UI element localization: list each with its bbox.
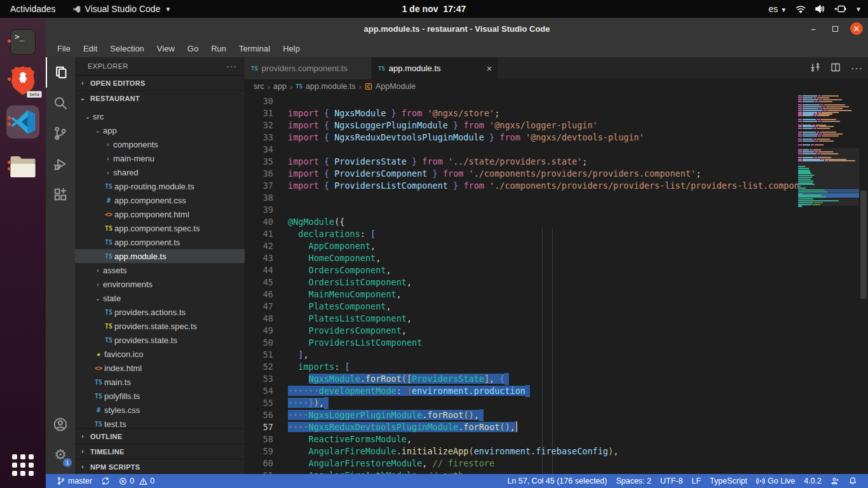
settings-gear-icon[interactable]: ⚙ 1 <box>46 440 75 470</box>
tree-item-components[interactable]: ›components <box>75 137 245 151</box>
tree-item-index.html[interactable]: <>index.html <box>75 361 245 375</box>
battery-icon[interactable] <box>834 5 846 13</box>
sidebar-section-npm-scripts[interactable]: ›NPM SCRIPTS <box>75 459 245 474</box>
tree-item-providers.state.ts[interactable]: TSproviders.state.ts <box>75 333 245 347</box>
extension-version-indicator[interactable]: 4.0.2 <box>799 477 826 485</box>
sync-changes-button[interactable] <box>97 474 114 488</box>
tab-app.module.ts[interactable]: TSapp.module.ts× <box>372 57 499 79</box>
tree-item-main.ts[interactable]: TSmain.ts <box>75 375 245 389</box>
code-editor[interactable]: 3031import { NgxsModule } from '@ngxs/st… <box>245 93 868 474</box>
minimize-button[interactable]: – <box>807 22 820 35</box>
feedback-icon[interactable] <box>826 477 844 485</box>
dock-files-button[interactable] <box>6 150 39 183</box>
code-line[interactable]: 31import { NgxsModule } from '@ngxs/stor… <box>245 107 868 119</box>
compare-changes-icon[interactable] <box>810 62 820 75</box>
code-line[interactable]: 43 HomeComponent, <box>245 252 868 264</box>
tab-close-icon[interactable]: × <box>487 64 492 74</box>
menu-item-help[interactable]: Help <box>276 39 306 57</box>
code-line[interactable]: 50 ProvidersListComponent <box>245 337 868 349</box>
tree-item-app.component.ts[interactable]: TSapp.component.ts <box>75 235 245 249</box>
go-live-button[interactable]: Go Live <box>752 477 799 485</box>
restore-button[interactable] <box>829 22 841 35</box>
code-line[interactable]: 55····}), <box>245 397 868 409</box>
code-line[interactable]: 46 MainMenuComponent, <box>245 288 868 301</box>
wifi-icon[interactable] <box>796 4 806 13</box>
explorer-icon[interactable] <box>46 57 75 88</box>
code-line[interactable]: 56····NgxsLoggerPluginModule.forRoot(), <box>245 409 868 421</box>
tree-item-src[interactable]: ⌄src <box>75 109 245 123</box>
code-line[interactable]: 57····NgxsReduxDevtoolsPluginModule.forR… <box>245 421 868 433</box>
menu-item-go[interactable]: Go <box>181 39 205 57</box>
code-line[interactable]: 60 AngularFirestoreModule, // firestore <box>245 458 868 470</box>
tree-item-polyfills.ts[interactable]: TSpolyfills.ts <box>75 389 245 403</box>
tree-item-providers.actions.ts[interactable]: TSproviders.actions.ts <box>75 305 245 319</box>
code-line[interactable]: 40@NgModule({ <box>245 216 868 228</box>
code-line[interactable]: 30 <box>245 95 868 107</box>
code-line[interactable]: 47 PlatesComponent, <box>245 301 868 313</box>
notifications-bell-icon[interactable] <box>844 477 862 485</box>
keyboard-layout-indicator[interactable]: es ▼ <box>769 4 787 14</box>
code-line[interactable]: 52 imports: [ <box>245 361 868 373</box>
tree-item-state[interactable]: ⌄state <box>75 291 245 305</box>
menu-item-file[interactable]: File <box>51 39 77 57</box>
menu-item-view[interactable]: View <box>151 39 181 57</box>
git-branch-indicator[interactable]: master <box>52 474 97 488</box>
code-line[interactable]: 34 <box>245 144 868 156</box>
sidebar-section-outline[interactable]: ›OUTLINE <box>75 428 245 444</box>
tree-item-environments[interactable]: ›environments <box>75 277 245 291</box>
tree-item-app.component.spec.ts[interactable]: TSapp.component.spec.ts <box>75 221 245 235</box>
search-icon[interactable] <box>46 88 75 118</box>
code-line[interactable]: 45 OrdersListComponent, <box>245 276 868 288</box>
sidebar-section-restaurant[interactable]: ⌄RESTAURANT <box>75 90 245 105</box>
code-line[interactable]: 38 <box>245 192 868 204</box>
code-line[interactable]: 53 NgxsModule.forRoot([ProvidersState], … <box>245 373 868 385</box>
problems-indicator[interactable]: 0 0 <box>114 474 159 488</box>
code-line[interactable]: 49 ProvidersComponent, <box>245 325 868 337</box>
volume-icon[interactable] <box>815 4 825 13</box>
breadcrumb-item-src[interactable]: src <box>254 82 264 91</box>
tree-item-main-menu[interactable]: ›main-menu <box>75 151 245 165</box>
code-line[interactable]: 36import { ProvidersComponent } from './… <box>245 168 868 180</box>
tree-item-shared[interactable]: ›shared <box>75 165 245 179</box>
code-line[interactable]: 41 declarations: [ <box>245 228 868 240</box>
menu-item-terminal[interactable]: Terminal <box>233 39 276 57</box>
tree-item-styles.css[interactable]: #styles.css <box>75 403 245 417</box>
code-line[interactable]: 48 PlatesListComponent, <box>245 313 868 325</box>
code-line[interactable]: 37import { ProvidersListComponent } from… <box>245 180 868 192</box>
code-line[interactable]: 44 OrdersComponent, <box>245 264 868 276</box>
source-control-icon[interactable] <box>46 118 75 149</box>
code-line[interactable]: 33import { NgxsReduxDevtoolsPluginModule… <box>245 132 868 144</box>
breadcrumb[interactable]: src›app›TSapp.module.ts›AppModule <box>245 79 868 93</box>
menu-item-edit[interactable]: Edit <box>77 39 104 57</box>
split-editor-icon[interactable] <box>831 62 841 75</box>
code-line[interactable]: 59 AngularFireModule.initializeApp(envir… <box>245 445 868 458</box>
breadcrumb-item-app.module.ts[interactable]: app.module.ts <box>306 82 356 91</box>
indentation-indicator[interactable]: Spaces: 2 <box>611 477 656 485</box>
system-menu-chevron-icon[interactable]: ▼ <box>855 6 862 13</box>
scrollbar-thumb[interactable] <box>860 191 867 299</box>
dock-vscode-button[interactable] <box>6 105 39 139</box>
code-line[interactable]: 39 <box>245 204 868 216</box>
tree-item-providers.state.spec.ts[interactable]: TSproviders.state.spec.ts <box>75 319 245 333</box>
minimap[interactable] <box>798 93 859 474</box>
dock-brave-button[interactable]: beta <box>6 64 39 97</box>
tree-item-app.component.html[interactable]: <>app.component.html <box>75 207 245 221</box>
activities-button[interactable]: Actividades <box>10 4 56 14</box>
window-title-bar[interactable]: app.module.ts - restaurant - Visual Stud… <box>46 18 868 39</box>
code-line[interactable]: 42 AppComponent, <box>245 240 868 252</box>
extensions-icon[interactable] <box>46 179 75 210</box>
sidebar-section-timeline[interactable]: ›TIMELINE <box>75 444 245 459</box>
cursor-position-indicator[interactable]: Ln 57, Col 45 (176 selected) <box>503 477 611 485</box>
tree-item-app[interactable]: ⌄app <box>75 123 245 137</box>
explorer-more-actions-icon[interactable]: ··· <box>226 61 237 71</box>
tree-item-app.component.css[interactable]: #app.component.css <box>75 193 245 207</box>
tree-item-favicon.ico[interactable]: ★favicon.ico <box>75 347 245 361</box>
clock[interactable]: 1 de nov17:47 <box>402 4 466 14</box>
tab-providers.component.ts[interactable]: TSproviders.component.ts <box>245 57 372 79</box>
dock-terminal-button[interactable]: >_ <box>6 25 39 58</box>
menu-item-run[interactable]: Run <box>205 39 233 57</box>
tree-item-assets[interactable]: ›assets <box>75 263 245 277</box>
eol-indicator[interactable]: LF <box>687 477 705 485</box>
tree-item-app.module.ts[interactable]: TSapp.module.ts <box>75 249 245 263</box>
code-line[interactable]: 58 ReactiveFormsModule, <box>245 433 868 445</box>
